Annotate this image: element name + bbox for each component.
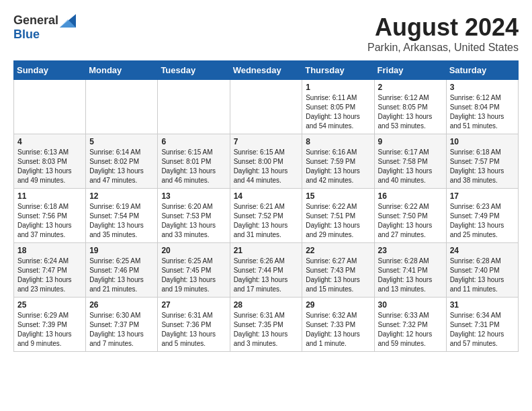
day-number: 19 [89,246,154,255]
day-number: 21 [234,246,299,255]
calendar-cell: 27Sunrise: 6:31 AMSunset: 7:36 PMDayligh… [158,298,230,352]
day-info: Sunrise: 6:25 AMSunset: 7:46 PMDaylight:… [89,257,154,294]
day-info: Sunrise: 6:27 AMSunset: 7:43 PMDaylight:… [306,257,370,294]
weekday-header-tuesday: Tuesday [158,61,230,80]
day-number: 26 [89,300,154,310]
day-info: Sunrise: 6:15 AMSunset: 8:00 PMDaylight:… [234,148,299,185]
calendar-cell [14,80,86,134]
day-number: 23 [378,246,443,255]
weekday-header-thursday: Thursday [302,61,374,80]
day-info: Sunrise: 6:34 AMSunset: 7:31 PMDaylight:… [450,311,515,349]
calendar-cell: 14Sunrise: 6:21 AMSunset: 7:52 PMDayligh… [230,189,302,243]
weekday-header-saturday: Saturday [446,61,518,80]
day-info: Sunrise: 6:19 AMSunset: 7:54 PMDaylight:… [89,202,154,240]
day-info: Sunrise: 6:18 AMSunset: 7:56 PMDaylight:… [17,202,82,240]
day-info: Sunrise: 6:22 AMSunset: 7:51 PMDaylight:… [306,202,370,240]
calendar-cell: 28Sunrise: 6:31 AMSunset: 7:35 PMDayligh… [230,298,302,352]
day-info: Sunrise: 6:33 AMSunset: 7:32 PMDaylight:… [378,311,443,349]
calendar-cell: 8Sunrise: 6:16 AMSunset: 7:59 PMDaylight… [302,134,374,189]
calendar-cell: 3Sunrise: 6:12 AMSunset: 8:04 PMDaylight… [446,80,518,134]
day-number: 16 [378,191,443,201]
logo: General Blue [13,13,76,42]
calendar-cell: 20Sunrise: 6:25 AMSunset: 7:45 PMDayligh… [158,243,230,298]
day-number: 4 [17,137,82,146]
day-info: Sunrise: 6:18 AMSunset: 7:57 PMDaylight:… [450,148,515,185]
day-info: Sunrise: 6:22 AMSunset: 7:50 PMDaylight:… [378,202,443,240]
weekday-header-friday: Friday [374,61,446,80]
day-info: Sunrise: 6:17 AMSunset: 7:58 PMDaylight:… [378,148,443,185]
calendar-cell: 9Sunrise: 6:17 AMSunset: 7:58 PMDaylight… [374,134,446,189]
calendar-cell: 26Sunrise: 6:30 AMSunset: 7:37 PMDayligh… [86,298,158,352]
day-number: 29 [306,300,370,310]
weekday-header-sunday: Sunday [14,61,86,80]
weekday-header-monday: Monday [86,61,158,80]
day-number: 20 [161,246,226,255]
calendar-cell: 22Sunrise: 6:27 AMSunset: 7:43 PMDayligh… [302,243,374,298]
day-info: Sunrise: 6:11 AMSunset: 8:05 PMDaylight:… [306,93,370,131]
day-number: 7 [234,137,299,146]
day-info: Sunrise: 6:12 AMSunset: 8:05 PMDaylight:… [378,93,443,131]
calendar-cell [86,80,158,134]
calendar-cell: 5Sunrise: 6:14 AMSunset: 8:02 PMDaylight… [86,134,158,189]
calendar-cell: 23Sunrise: 6:28 AMSunset: 7:41 PMDayligh… [374,243,446,298]
day-info: Sunrise: 6:30 AMSunset: 7:37 PMDaylight:… [89,311,154,349]
day-number: 31 [450,300,515,310]
calendar-week-row: 4Sunrise: 6:13 AMSunset: 8:03 PMDaylight… [14,134,519,189]
calendar-week-row: 11Sunrise: 6:18 AMSunset: 7:56 PMDayligh… [14,189,519,243]
calendar-cell: 1Sunrise: 6:11 AMSunset: 8:05 PMDaylight… [302,80,374,134]
day-info: Sunrise: 6:24 AMSunset: 7:47 PMDaylight:… [17,257,82,294]
calendar-cell: 18Sunrise: 6:24 AMSunset: 7:47 PMDayligh… [14,243,86,298]
calendar-cell: 21Sunrise: 6:26 AMSunset: 7:44 PMDayligh… [230,243,302,298]
calendar-cell: 17Sunrise: 6:23 AMSunset: 7:49 PMDayligh… [446,189,518,243]
calendar-cell [230,80,302,134]
calendar-cell: 6Sunrise: 6:15 AMSunset: 8:01 PMDaylight… [158,134,230,189]
calendar-week-row: 25Sunrise: 6:29 AMSunset: 7:39 PMDayligh… [14,298,519,352]
calendar-cell: 25Sunrise: 6:29 AMSunset: 7:39 PMDayligh… [14,298,86,352]
calendar-cell: 24Sunrise: 6:28 AMSunset: 7:40 PMDayligh… [446,243,518,298]
day-number: 22 [306,246,370,255]
calendar-cell: 4Sunrise: 6:13 AMSunset: 8:03 PMDaylight… [14,134,86,189]
calendar-cell: 10Sunrise: 6:18 AMSunset: 7:57 PMDayligh… [446,134,518,189]
calendar-week-row: 18Sunrise: 6:24 AMSunset: 7:47 PMDayligh… [14,243,519,298]
day-info: Sunrise: 6:12 AMSunset: 8:04 PMDaylight:… [450,93,515,131]
day-info: Sunrise: 6:21 AMSunset: 7:52 PMDaylight:… [234,202,299,240]
day-number: 25 [17,300,82,310]
location-subtitle: Parkin, Arkansas, United States [367,42,519,54]
day-number: 30 [378,300,443,310]
weekday-header-wednesday: Wednesday [230,61,302,80]
day-number: 17 [450,191,515,201]
day-info: Sunrise: 6:31 AMSunset: 7:35 PMDaylight:… [234,311,299,349]
logo-blue-text: Blue [13,28,40,42]
calendar-cell: 15Sunrise: 6:22 AMSunset: 7:51 PMDayligh… [302,189,374,243]
calendar-cell: 13Sunrise: 6:20 AMSunset: 7:53 PMDayligh… [158,189,230,243]
calendar-cell: 12Sunrise: 6:19 AMSunset: 7:54 PMDayligh… [86,189,158,243]
day-info: Sunrise: 6:25 AMSunset: 7:45 PMDaylight:… [161,257,226,294]
day-info: Sunrise: 6:31 AMSunset: 7:36 PMDaylight:… [161,311,226,349]
calendar-table: SundayMondayTuesdayWednesdayThursdayFrid… [13,60,519,352]
day-number: 24 [450,246,515,255]
calendar-cell: 2Sunrise: 6:12 AMSunset: 8:05 PMDaylight… [374,80,446,134]
day-number: 10 [450,137,515,146]
calendar-cell: 11Sunrise: 6:18 AMSunset: 7:56 PMDayligh… [14,189,86,243]
calendar-cell: 7Sunrise: 6:15 AMSunset: 8:00 PMDaylight… [230,134,302,189]
day-number: 3 [450,83,515,92]
day-info: Sunrise: 6:32 AMSunset: 7:33 PMDaylight:… [306,311,370,349]
day-number: 9 [378,137,443,146]
title-area: August 2024 Parkin, Arkansas, United Sta… [367,13,519,54]
page-header: General Blue August 2024 Parkin, Arkansa… [13,13,519,54]
calendar-cell: 29Sunrise: 6:32 AMSunset: 7:33 PMDayligh… [302,298,374,352]
calendar-cell: 30Sunrise: 6:33 AMSunset: 7:32 PMDayligh… [374,298,446,352]
day-info: Sunrise: 6:28 AMSunset: 7:40 PMDaylight:… [450,257,515,294]
day-number: 1 [306,83,370,92]
day-info: Sunrise: 6:29 AMSunset: 7:39 PMDaylight:… [17,311,82,349]
logo-icon [60,14,76,28]
day-info: Sunrise: 6:28 AMSunset: 7:41 PMDaylight:… [378,257,443,294]
day-number: 5 [89,137,154,146]
day-number: 28 [234,300,299,310]
calendar-week-row: 1Sunrise: 6:11 AMSunset: 8:05 PMDaylight… [14,80,519,134]
day-info: Sunrise: 6:26 AMSunset: 7:44 PMDaylight:… [234,257,299,294]
day-number: 12 [89,191,154,201]
day-info: Sunrise: 6:23 AMSunset: 7:49 PMDaylight:… [450,202,515,240]
day-number: 14 [234,191,299,201]
day-number: 15 [306,191,370,201]
